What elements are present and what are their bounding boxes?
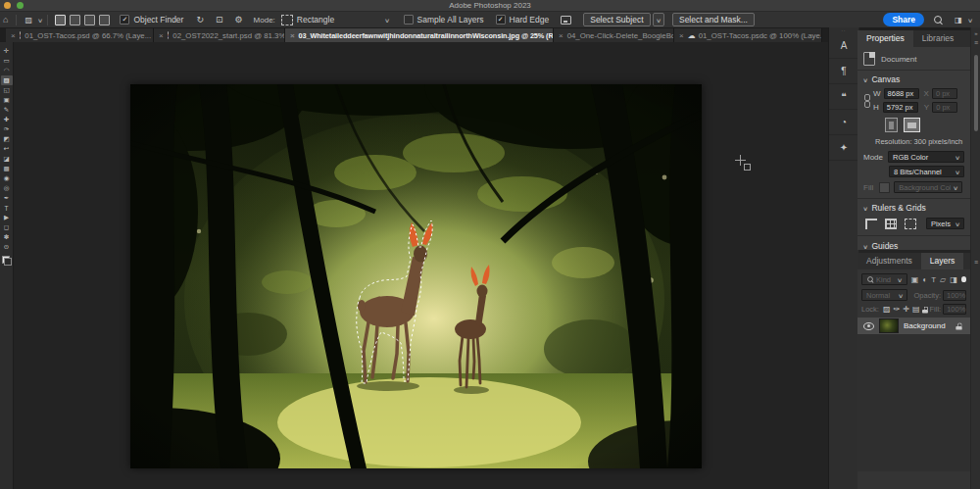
new-selection-icon[interactable] (55, 15, 66, 25)
select-and-mask-button[interactable]: Select and Mask... (672, 13, 755, 26)
share-button[interactable]: Share (883, 13, 924, 26)
layer-thumbnail[interactable] (879, 318, 899, 333)
close-icon[interactable]: × (290, 31, 295, 40)
tab-adjustments[interactable]: Adjustments (858, 253, 921, 269)
brush-tool[interactable]: ✑ (1, 124, 13, 134)
close-icon[interactable]: × (679, 31, 684, 40)
layer-row-background[interactable]: Background (858, 318, 970, 334)
document-tab[interactable]: × ☁ 01_OST-Tacos.psdc @ 100% (Laye... (674, 28, 822, 42)
lock-pixels-icon[interactable]: ✑ (894, 305, 901, 314)
filter-type-layers-icon[interactable]: T (931, 275, 936, 284)
lock-transparency-icon[interactable]: ▨ (883, 305, 891, 314)
shape-tool[interactable]: ◻ (1, 222, 13, 232)
eyedropper-tool[interactable]: ✎ (1, 105, 13, 115)
comments-panel-icon[interactable]: ❝ (829, 84, 858, 110)
select-subject-dropdown[interactable]: ∨ (653, 13, 664, 26)
intersect-selection-icon[interactable] (99, 15, 110, 25)
move-tool[interactable]: ✛ (1, 46, 13, 56)
path-selection-tool[interactable]: ▶ (1, 213, 13, 222)
canvas-photo[interactable] (130, 84, 702, 468)
type-tool[interactable]: T (1, 203, 13, 213)
chevron-down-icon: ∨ (384, 17, 390, 24)
mode-label: Mode (863, 153, 883, 162)
healing-brush-tool[interactable]: ✚ (1, 115, 13, 124)
object-finder-checkbox[interactable]: ✓ (120, 15, 129, 24)
scrollbar-thumb[interactable] (974, 55, 978, 131)
bit-depth-select[interactable]: 8 Bits/Channel ∨ (889, 166, 964, 177)
gradient-tool[interactable]: ▩ (1, 164, 13, 173)
hand-tool[interactable]: ✽ (1, 232, 13, 242)
filter-toggle-icon[interactable] (961, 276, 966, 282)
document-tab[interactable]: × i 01_OST-Tacos.psd @ 66.7% (Laye... (6, 28, 154, 42)
gear-icon[interactable]: ⚙ (232, 15, 246, 24)
tab-libraries[interactable]: Libraries (913, 30, 963, 47)
refresh-icon[interactable]: ↻ (193, 15, 207, 24)
learn-panel-icon[interactable]: ✦ (829, 135, 858, 161)
width-field[interactable]: 8688 px (884, 88, 919, 99)
landscape-orientation-button[interactable] (904, 118, 920, 132)
tab-layers[interactable]: Layers (921, 253, 964, 269)
history-panel-icon[interactable]: ◔ (829, 110, 858, 135)
lock-artboard-icon[interactable]: ▤ (912, 305, 920, 314)
search-icon[interactable] (934, 16, 942, 24)
home-icon[interactable]: ⌂ (0, 15, 11, 24)
active-tool-icon[interactable]: ▨ (22, 16, 35, 24)
layer-filter-select[interactable]: Kind ∨ (861, 273, 907, 285)
pen-tool[interactable]: ✒ (1, 193, 13, 203)
hard-edge-label: Hard Edge (510, 15, 550, 24)
close-icon[interactable]: × (159, 31, 164, 40)
color-mode-select[interactable]: RGB Color ∨ (888, 151, 964, 163)
units-select[interactable]: Pixels ∨ (926, 218, 964, 229)
blur-tool[interactable]: ◉ (1, 173, 13, 183)
mode-select[interactable]: Rectangle ∨ (281, 15, 390, 25)
eraser-tool[interactable]: ◪ (1, 154, 13, 164)
crop-tool[interactable]: ◱ (1, 85, 13, 95)
color-swatches[interactable] (2, 256, 12, 266)
hard-edge-checkbox[interactable]: ✓ (496, 15, 506, 24)
grid-toggle-icon[interactable] (885, 219, 897, 229)
rulers-toggle-icon[interactable] (865, 219, 877, 229)
rulers-grids-section-header[interactable]: ∨ Rulers & Grids (858, 199, 970, 217)
canvas-section-header[interactable]: ∨ Canvas (858, 71, 970, 88)
sample-all-layers-checkbox[interactable] (404, 15, 414, 24)
collapse-panels-icon[interactable]: » (972, 30, 980, 36)
chevron-down-icon: ∨ (953, 184, 958, 191)
filter-pixel-layers-icon[interactable]: ▣ (911, 275, 919, 284)
feedback-icon[interactable] (561, 16, 571, 24)
document-tab-active[interactable]: × 03_Whitetaileddeerfawnwitjhindonnatura… (285, 28, 554, 42)
subtract-selection-icon[interactable] (84, 15, 95, 25)
workspace-icon[interactable]: ◨ (952, 16, 965, 24)
properties-panel-menu-icon[interactable]: ≡ (972, 39, 980, 46)
paragraph-panel-icon[interactable]: ¶ (829, 59, 858, 84)
document-tab[interactable]: × 04_One-Click-Delete_BoogieBoards.psd (554, 28, 674, 42)
link-dimensions-icon[interactable] (863, 94, 869, 108)
portrait-orientation-button[interactable] (885, 118, 898, 132)
marquee-tool[interactable]: ▭ (1, 56, 13, 66)
height-field[interactable]: 5792 px (883, 102, 918, 113)
lasso-tool[interactable]: ◠ (1, 66, 13, 75)
add-selection-icon[interactable] (70, 15, 80, 25)
visibility-eye-icon[interactable] (863, 322, 874, 330)
tab-properties[interactable]: Properties (858, 30, 913, 47)
select-subject-button[interactable]: Select Subject (583, 13, 650, 26)
object-selection-tool[interactable]: ▨ (1, 75, 13, 85)
filter-shape-layers-icon[interactable]: ▱ (940, 275, 946, 284)
frame-tool[interactable]: ▣ (1, 95, 13, 105)
zoom-tool[interactable]: ⊙ (1, 242, 13, 252)
dodge-tool[interactable]: ◎ (1, 183, 13, 193)
layers-panel-menu-icon[interactable]: ≡ (972, 259, 980, 266)
character-panel-icon[interactable]: A (829, 33, 858, 59)
show-all-objects-icon[interactable]: ⊡ (213, 15, 226, 24)
close-icon[interactable]: × (11, 31, 16, 40)
history-brush-tool[interactable]: ↩ (1, 144, 13, 154)
chevron-down-icon[interactable]: ∨ (967, 17, 973, 24)
filter-adjustment-layers-icon[interactable]: ◐ (922, 275, 927, 284)
chevron-down-icon[interactable]: ∨ (37, 17, 43, 24)
lock-position-icon[interactable]: ✛ (903, 305, 909, 314)
tab-label: 01_OST-Tacos.psd @ 66.7% (Laye... (24, 31, 151, 40)
filter-smart-objects-icon[interactable]: ◨ (950, 275, 957, 284)
document-tab[interactable]: × i 02_OST2022_start.psd @ 81.3% (B... (154, 28, 285, 42)
pixel-grid-toggle-icon[interactable] (905, 219, 916, 229)
close-icon[interactable]: × (559, 31, 564, 40)
clone-stamp-tool[interactable]: ◩ (1, 134, 13, 144)
